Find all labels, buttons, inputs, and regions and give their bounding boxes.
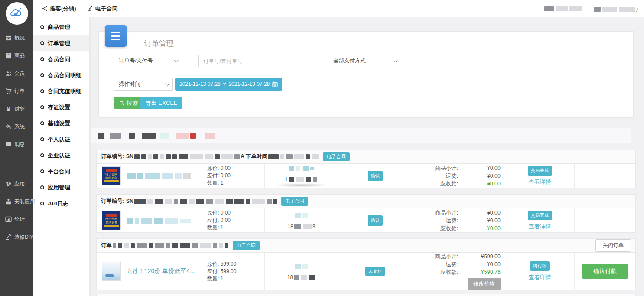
- subnav-item-enterprise-auth[interactable]: 企业认证: [33, 147, 89, 163]
- subnav-label: 合同充值明细: [48, 88, 81, 95]
- subnav-item-api-log[interactable]: API日志: [33, 195, 89, 211]
- subnav-item-evidence-settings[interactable]: 存证设置: [33, 99, 89, 115]
- search-type-value: 订单号/支付号: [119, 57, 153, 65]
- sidebar-item-install-apps[interactable]: 安装应用: [0, 193, 33, 211]
- redacted-order-time: [267, 154, 319, 160]
- price-block: 原价: 0.00 应付: 0.00 数量: 1: [207, 165, 264, 187]
- payable-price: 应付: 599.00: [207, 268, 262, 275]
- sidebar-item-overview[interactable]: 概况: [0, 29, 33, 47]
- econtract-tag: 电子合同: [323, 152, 350, 161]
- product-thumbnail[interactable]: [102, 262, 121, 281]
- close-order-button[interactable]: 关闭订单: [595, 239, 631, 252]
- bullet-icon: [40, 41, 44, 45]
- top-menu: 推客(分销) 电子合同: [33, 5, 118, 13]
- sidebar-item-members[interactable]: 会员: [0, 65, 33, 82]
- sidebar-item-decorate-diy[interactable]: 装修DIY: [0, 228, 33, 246]
- search-button[interactable]: 搜索: [114, 97, 143, 109]
- export-excel-button[interactable]: 导出 EXCEL: [140, 97, 182, 109]
- subnav-item-goods-mgmt[interactable]: 商品管理: [33, 19, 89, 35]
- quantity: 数量: 1: [207, 275, 262, 283]
- sidebar-item-goods[interactable]: 商品: [0, 47, 33, 65]
- product-name-redacted[interactable]: [121, 172, 207, 179]
- bullet-icon: [40, 73, 44, 77]
- product-thumbnail[interactable]: 电子合同 签约必备: [102, 211, 121, 230]
- sidebar-item-apps[interactable]: 应用: [0, 175, 33, 193]
- page-title: 订单管理: [144, 39, 174, 49]
- subtotal-label: 商品小计:: [423, 253, 458, 260]
- sidebar-item-finance[interactable]: ¥ 财务: [0, 100, 33, 118]
- sidebar-item-statistics[interactable]: 统计: [0, 211, 33, 228]
- subnav-label: 会员合同明细: [48, 72, 81, 79]
- subtotal-label: 商品小计:: [423, 209, 458, 217]
- time-type-value: 操作时间: [119, 81, 140, 88]
- collapse-menu-button[interactable]: [105, 25, 127, 47]
- subnav-label: API日志: [48, 200, 68, 208]
- time-type-select[interactable]: 操作时间: [114, 78, 173, 91]
- product-name-link[interactable]: 力荐！120份 单份低至4...: [126, 267, 195, 274]
- order-number-input[interactable]: [198, 55, 312, 67]
- sidebar-spacer: [0, 153, 33, 175]
- top-menu-label: 电子合同: [95, 5, 118, 13]
- product-name[interactable]: 力荐！120份 单份低至4...: [121, 267, 207, 275]
- subnav-item-member-contract-detail[interactable]: 会员合同明细: [33, 67, 89, 83]
- phone-prefix: 18: [287, 224, 293, 230]
- redacted-tab: [110, 133, 121, 139]
- status-cell: 交易完成 查看详情: [505, 208, 575, 232]
- order-number-label: 订单编号: SN: [101, 153, 133, 160]
- bullet-icon: [40, 89, 44, 93]
- confirm-cell: 确认: [338, 164, 412, 188]
- top-right-account[interactable]: ): [543, 5, 644, 13]
- confirm-payment-button[interactable]: 确认付款: [582, 264, 628, 279]
- sidebar-item-label: 会员: [14, 70, 25, 77]
- view-detail-link[interactable]: 查看详情: [529, 178, 551, 186]
- buyer-phone: 18: [287, 274, 315, 280]
- product-thumbnail[interactable]: 电子合同 签约必备: [102, 166, 121, 185]
- bullet-icon: [40, 137, 44, 141]
- thumb-text: 签约必备: [105, 176, 117, 180]
- thumb-ribbon: [106, 214, 117, 217]
- sidebar-item-system[interactable]: 系统: [0, 118, 33, 136]
- subnav-item-contract-recharge-detail[interactable]: 合同充值明细: [33, 83, 89, 99]
- search-icon: [119, 101, 124, 106]
- buyer-cell: 18 3: [265, 208, 338, 232]
- receivable-value: ¥0.00: [458, 224, 501, 232]
- primary-sidebar: 概况 商品 会员 订单 ¥ 财务 系统 消息 应用: [0, 0, 33, 296]
- order-header: 订单编号: SN 电子合同: [97, 195, 635, 208]
- redacted-tab: [176, 133, 189, 139]
- totals-cell: 商品小计:¥0.00 运费:¥0.00 应收款:¥0.00: [412, 164, 505, 188]
- view-detail-link[interactable]: 查看详情: [529, 273, 551, 281]
- order-status-tabs[interactable]: [91, 128, 631, 143]
- buyer-cell: 18: [265, 253, 338, 290]
- subnav-item-member-contract[interactable]: 会员合同: [33, 51, 89, 67]
- confirm-button[interactable]: 确认: [368, 171, 383, 181]
- sidebar-item-orders[interactable]: 订单: [0, 82, 33, 100]
- confirm-button[interactable]: 确认: [368, 215, 383, 226]
- price-block: 原价: 0.00 应付: 0.00 数量: 1: [207, 209, 264, 231]
- view-detail-link[interactable]: 查看详情: [529, 223, 551, 231]
- econtract-tag: 电子合同: [233, 241, 260, 250]
- bullet-icon: [40, 105, 44, 109]
- quantity: 数量: 1: [207, 224, 262, 231]
- export-button-label: 导出 EXCEL: [146, 99, 177, 107]
- redacted-account-block: [543, 5, 583, 13]
- subnav-item-app-mgmt[interactable]: 应用管理: [33, 179, 89, 195]
- top-menu-item-distribution[interactable]: 推客(分销): [42, 5, 76, 13]
- modify-price-button[interactable]: 修改价格: [468, 278, 501, 290]
- app-logo[interactable]: [6, 2, 28, 25]
- thumb-text: 电子合同: [105, 217, 117, 221]
- install-icon: [5, 198, 12, 205]
- subnav-item-platform-contract[interactable]: 平台合同: [33, 163, 89, 179]
- subnav-item-personal-auth[interactable]: 个人认证: [33, 131, 89, 147]
- search-type-select[interactable]: 订单号/支付号: [114, 55, 182, 67]
- action-cell: [575, 164, 635, 188]
- top-menu-label: 推客(分销): [50, 5, 76, 13]
- sidebar-item-messages[interactable]: 消息: [0, 136, 33, 153]
- subnav-item-order-mgmt[interactable]: 订单管理: [33, 35, 89, 51]
- product-name-redacted[interactable]: [121, 217, 207, 224]
- top-menu-item-econtract[interactable]: 电子合同: [88, 5, 118, 13]
- redacted-user-block: ): [593, 5, 638, 12]
- pay-method-select[interactable]: 全部支付方式: [329, 55, 401, 67]
- pay-status-cell: 未支付: [338, 253, 412, 290]
- date-range-button[interactable]: 2021-12-13 07:28 至 2021-12-13 07:28: [175, 78, 282, 91]
- subnav-item-basic-settings[interactable]: 基础设置: [33, 115, 89, 131]
